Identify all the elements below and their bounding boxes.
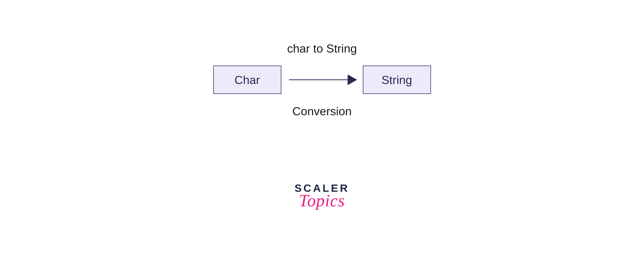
diagram-title: char to String — [287, 42, 357, 55]
logo-topics-text: Topics — [294, 191, 349, 210]
string-box: String — [363, 66, 431, 94]
arrow-head-icon — [348, 75, 357, 85]
arrow-line — [289, 79, 355, 80]
logo-container: SCALER Topics — [294, 182, 349, 210]
flow-row: Char String — [213, 66, 431, 94]
diagram-container: char to String Char String Conversion — [213, 42, 431, 118]
arrow-container — [282, 66, 363, 94]
char-box: Char — [213, 66, 282, 94]
diagram-subtitle: Conversion — [292, 104, 352, 118]
